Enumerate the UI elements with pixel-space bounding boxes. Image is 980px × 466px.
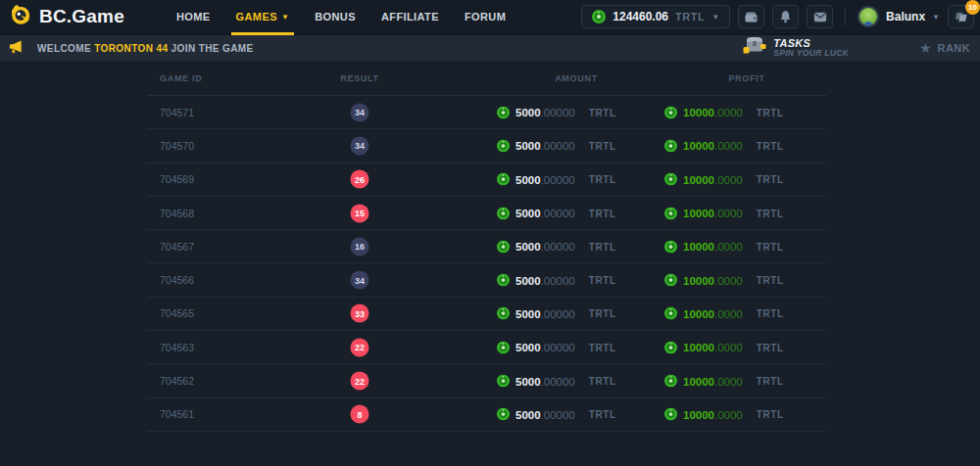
- amount-cell: 5000.00000 TRTL: [497, 341, 616, 353]
- logo-text: BC.Game: [39, 6, 124, 27]
- currency-label: TRTL: [589, 107, 616, 117]
- top-navbar: BC.Game HOMEGAMES▼BONUSAFFILIATEFORUM 12…: [0, 0, 980, 33]
- game-id: 704562: [160, 375, 194, 387]
- currency-label: TRTL: [589, 140, 616, 151]
- game-id: 704565: [160, 307, 194, 319]
- table-row[interactable]: 704561 8 5000.00000 TRTL: [147, 398, 826, 432]
- coin-icon: [497, 139, 510, 152]
- nav-item-label: FORUM: [465, 11, 506, 23]
- nav-item-affiliate[interactable]: AFFILIATE: [368, 0, 452, 33]
- envelope-icon: [813, 12, 827, 23]
- balance-selector[interactable]: 124460.06 TRTL ▼: [581, 5, 730, 28]
- currency-label: TRTL: [757, 275, 784, 286]
- chevron-down-icon: ▼: [281, 13, 289, 22]
- tasks-subtitle: SPIN YOUR LUCK: [773, 49, 849, 59]
- rank-widget[interactable]: ★ RANK: [919, 41, 970, 55]
- game-id: 704563: [160, 342, 194, 353]
- chat-button[interactable]: 10: [948, 5, 974, 28]
- currency-label: TRTL: [757, 409, 784, 420]
- username: Balunx: [886, 10, 925, 23]
- announcement: WELCOME TORONTON 44 JOIN THE GAME: [8, 39, 254, 58]
- treasure-chest-icon: [740, 35, 766, 61]
- coin-icon: [664, 139, 677, 152]
- currency-label: TRTL: [589, 174, 616, 185]
- currency-label: TRTL: [589, 241, 616, 252]
- result-badge: 34: [351, 136, 369, 155]
- coin-icon: [497, 307, 510, 320]
- column-header-profit: PROFIT: [728, 73, 764, 83]
- nav-item-games[interactable]: GAMES▼: [223, 0, 303, 33]
- currency-label: TRTL: [757, 241, 784, 252]
- announcement-banner: WELCOME TORONTON 44 JOIN THE GAME TASKS …: [0, 33, 980, 61]
- table-row[interactable]: 704562 22 5000.00000 TRTL: [147, 364, 826, 397]
- table-row[interactable]: 704563 22 5000.00000 TRTL: [147, 331, 826, 364]
- result-badge: 34: [351, 271, 369, 290]
- main-content: GAME ID RESULT AMOUNT PROFIT 704571 34 5…: [0, 61, 980, 432]
- currency-label: TRTL: [757, 208, 784, 218]
- nav-item-home[interactable]: HOME: [164, 0, 223, 33]
- profit-cell: 10000.0000 TRTL: [664, 408, 784, 421]
- rank-label: RANK: [938, 42, 970, 54]
- column-header-result: RESULT: [340, 73, 379, 83]
- game-id: 704571: [160, 107, 194, 118]
- table-row[interactable]: 704571 34 5000.00000 TRTL: [147, 96, 826, 129]
- divider: [845, 7, 846, 26]
- main-nav: HOMEGAMES▼BONUSAFFILIATEFORUM: [164, 0, 518, 33]
- currency-label: TRTL: [589, 342, 616, 352]
- coin-icon: [664, 408, 677, 421]
- chevron-down-icon: ▼: [932, 13, 940, 22]
- column-header-game-id: GAME ID: [160, 73, 202, 83]
- game-id: 704570: [160, 140, 194, 152]
- game-id: 704567: [160, 241, 194, 253]
- column-header-amount: AMOUNT: [555, 73, 598, 83]
- result-badge: 15: [351, 204, 369, 222]
- chat-icon: [955, 11, 968, 23]
- profit-cell: 10000.0000 TRTL: [664, 375, 784, 388]
- profit-cell: 10000.0000 TRTL: [664, 274, 784, 287]
- nav-item-bonus[interactable]: BONUS: [302, 0, 368, 33]
- user-menu[interactable]: Balunx ▼: [858, 6, 940, 27]
- balance-currency: TRTL: [675, 11, 705, 23]
- result-badge: 33: [351, 304, 369, 323]
- amount-cell: 5000.00000 TRTL: [497, 408, 616, 421]
- bets-table: GAME ID RESULT AMOUNT PROFIT 704571 34 5…: [147, 61, 826, 432]
- table-row[interactable]: 704565 33 5000.00000 TRTL: [147, 298, 826, 331]
- profit-cell: 10000.0000 TRTL: [664, 240, 784, 253]
- wallet-button[interactable]: [738, 5, 764, 28]
- coin-icon: [664, 173, 677, 186]
- result-badge: 22: [351, 338, 369, 356]
- megaphone-icon: [8, 39, 24, 58]
- logo[interactable]: BC.Game: [8, 0, 124, 33]
- coin-icon: [664, 207, 677, 219]
- tasks-widget[interactable]: TASKS SPIN YOUR LUCK: [740, 35, 849, 61]
- notifications-button[interactable]: [772, 5, 799, 28]
- currency-label: TRTL: [757, 308, 784, 319]
- coin-icon: [497, 106, 510, 118]
- table-row[interactable]: 704570 34 5000.00000 TRTL: [147, 129, 826, 163]
- wallet-icon: [744, 11, 759, 23]
- table-row[interactable]: 704569 26 5000.00000 TRTL: [147, 163, 826, 197]
- profit-cell: 10000.0000 TRTL: [664, 307, 784, 320]
- avatar: [858, 6, 879, 27]
- amount-cell: 5000.00000 TRTL: [497, 274, 616, 287]
- currency-label: TRTL: [589, 409, 616, 420]
- table-row[interactable]: 704568 15 5000.00000 TRTL: [147, 197, 826, 230]
- currency-label: TRTL: [757, 107, 784, 117]
- star-icon: ★: [919, 41, 932, 55]
- table-header: GAME ID RESULT AMOUNT PROFIT: [147, 61, 826, 96]
- coin-icon: [497, 375, 510, 388]
- profit-cell: 10000.0000 TRTL: [664, 341, 784, 353]
- bell-icon: [779, 10, 792, 23]
- table-row[interactable]: 704567 16 5000.00000 TRTL: [147, 230, 826, 263]
- messages-button[interactable]: [807, 5, 833, 28]
- game-id: 704566: [160, 274, 194, 286]
- welcome-message: WELCOME TORONTON 44 JOIN THE GAME: [37, 43, 254, 54]
- profit-cell: 10000.0000 TRTL: [664, 139, 784, 152]
- amount-cell: 5000.00000 TRTL: [497, 173, 616, 186]
- amount-cell: 5000.00000 TRTL: [497, 240, 616, 253]
- result-badge: 22: [351, 372, 369, 391]
- game-id: 704569: [160, 173, 194, 185]
- nav-item-forum[interactable]: FORUM: [452, 0, 518, 33]
- welcome-username: TORONTON 44: [94, 43, 168, 54]
- table-row[interactable]: 704566 34 5000.00000 TRTL: [147, 263, 826, 297]
